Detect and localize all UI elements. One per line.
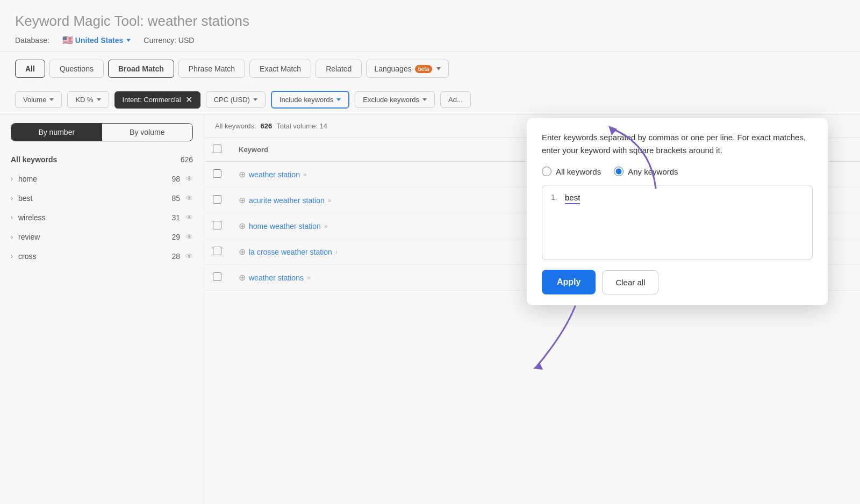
include-keywords-popup: Enter keywords separated by commas or on…	[527, 118, 828, 305]
radio-all-keywords[interactable]: All keywords	[542, 167, 601, 176]
radio-any-input[interactable]	[614, 167, 624, 176]
clear-all-button[interactable]: Clear all	[602, 270, 658, 294]
radio-group: All keywords Any keywords	[542, 167, 813, 176]
radio-any-label: Any keywords	[628, 167, 678, 176]
radio-any-keywords[interactable]: Any keywords	[614, 167, 678, 176]
keyword-number: 1.	[551, 193, 561, 201]
popup-description: Enter keywords separated by commas or on…	[542, 131, 813, 157]
keyword-line: 1. best	[551, 193, 804, 204]
radio-all-input[interactable]	[542, 167, 551, 176]
popup-actions: Apply Clear all	[542, 270, 813, 294]
keyword-textarea[interactable]: 1. best	[542, 185, 813, 260]
keyword-value: best	[565, 193, 580, 204]
radio-all-label: All keywords	[556, 167, 601, 176]
apply-button[interactable]: Apply	[542, 270, 596, 294]
